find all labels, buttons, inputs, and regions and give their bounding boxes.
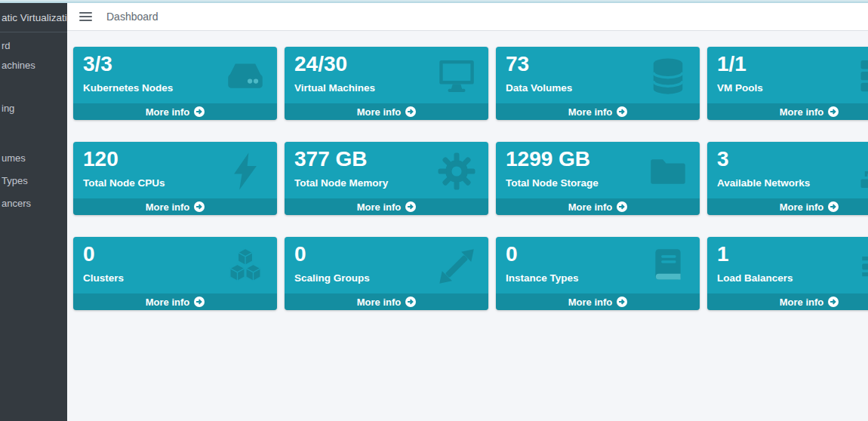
- arrow-circle-right-icon: [617, 106, 627, 117]
- card-virtual-machines: 24/30 Virtual Machines More info: [285, 47, 488, 120]
- stat-label: Total Node CPUs: [83, 177, 267, 189]
- stat-value: 0: [83, 242, 267, 266]
- card-inner: 1299 GB Total Node Storage: [496, 142, 700, 189]
- more-info-link[interactable]: More info: [496, 293, 700, 310]
- stat-label: Kubernetes Nodes: [83, 82, 267, 94]
- more-info-link[interactable]: More info: [73, 198, 277, 215]
- card-inner: 0 Clusters: [73, 237, 277, 284]
- more-info-label: More info: [357, 297, 402, 308]
- more-info-label: More info: [146, 201, 190, 213]
- sidebar-item-load-balancers[interactable]: ancers: [2, 197, 31, 210]
- more-info-link[interactable]: More info: [707, 198, 868, 215]
- sidebar: atic Virtualization rd achines ing umes …: [0, 3, 67, 421]
- stat-value: 24/30: [294, 52, 479, 76]
- stat-label: Available Networks: [717, 177, 868, 189]
- stat-label: Clusters: [83, 272, 267, 284]
- more-info-link[interactable]: More info: [285, 103, 488, 120]
- card-inner: 1 Load Balancers: [707, 237, 868, 284]
- dashboard-content: 3/3 Kubernetes Nodes More info 24/30 Vir…: [67, 31, 868, 310]
- arrow-circle-right-icon: [617, 297, 627, 307]
- arrow-circle-right-icon: [194, 297, 205, 307]
- stat-label: Load Balancers: [717, 272, 868, 284]
- arrow-circle-right-icon: [828, 106, 839, 117]
- stat-label: VM Pools: [717, 82, 868, 94]
- card-inner: 377 GB Total Node Memory: [285, 142, 488, 189]
- more-info-label: More info: [780, 201, 824, 213]
- arrow-circle-right-icon: [194, 201, 205, 212]
- card-total-node-memory: 377 GB Total Node Memory More info: [285, 142, 488, 215]
- sidebar-item-instance-types[interactable]: Types: [2, 174, 28, 188]
- main-area: Dashboard 3/3 Kubernetes Nodes More info: [67, 3, 868, 421]
- sidebar-item-dashboard[interactable]: rd: [2, 39, 11, 53]
- card-inner: 1/1 VM Pools: [707, 47, 868, 94]
- card-inner: 3 Available Networks: [707, 142, 868, 189]
- arrow-circle-right-icon: [405, 297, 416, 307]
- card-kubernetes-nodes: 3/3 Kubernetes Nodes More info: [73, 47, 277, 120]
- card-scaling-groups: 0 Scaling Groups More info: [285, 237, 488, 310]
- more-info-link[interactable]: More info: [285, 293, 488, 310]
- more-info-label: More info: [146, 297, 190, 308]
- sidebar-item-volumes[interactable]: umes: [2, 152, 26, 165]
- app-root: { "sidebar": { "brand": "atic Virtualiza…: [0, 0, 868, 421]
- card-vm-pools: 1/1 VM Pools More info: [707, 47, 868, 120]
- more-info-link[interactable]: More info: [73, 293, 277, 310]
- card-total-node-cpus: 120 Total Node CPUs More info: [73, 142, 277, 215]
- more-info-link[interactable]: More info: [73, 103, 277, 120]
- stat-label: Instance Types: [506, 272, 690, 284]
- stat-value: 0: [506, 242, 690, 266]
- arrow-circle-right-icon: [617, 201, 627, 212]
- stat-value: 3: [717, 147, 868, 171]
- page-title: Dashboard: [106, 11, 159, 23]
- stat-value: 1299 GB: [506, 147, 690, 171]
- more-info-label: More info: [780, 106, 824, 118]
- card-inner: 0 Scaling Groups: [285, 237, 488, 284]
- card-inner: 73 Data Volumes: [496, 47, 700, 94]
- stat-label: Data Volumes: [506, 82, 690, 94]
- brand[interactable]: atic Virtualization: [0, 3, 67, 32]
- more-info-label: More info: [780, 297, 824, 308]
- brand-label: atic Virtualization: [2, 12, 67, 23]
- arrow-circle-right-icon: [405, 201, 416, 212]
- card-inner: 120 Total Node CPUs: [73, 142, 277, 189]
- arrow-circle-right-icon: [828, 201, 839, 212]
- more-info-label: More info: [568, 297, 613, 308]
- hamburger-menu-icon[interactable]: [79, 12, 92, 21]
- more-info-link[interactable]: More info: [496, 103, 700, 120]
- card-data-volumes: 73 Data Volumes More info: [496, 47, 700, 120]
- stat-value: 0: [294, 242, 479, 266]
- more-info-label: More info: [568, 106, 613, 118]
- card-instance-types: 0 Instance Types More info: [496, 237, 700, 310]
- top-navbar: Dashboard: [67, 3, 868, 31]
- arrow-circle-right-icon: [405, 106, 416, 117]
- more-info-label: More info: [357, 201, 402, 213]
- stat-label: Total Node Storage: [506, 177, 690, 189]
- card-load-balancers: 1 Load Balancers More info: [707, 237, 868, 310]
- top-accent-strip: [0, 0, 868, 3]
- stat-value: 1/1: [717, 52, 868, 76]
- stat-value: 73: [506, 52, 690, 76]
- stat-card-grid: 3/3 Kubernetes Nodes More info 24/30 Vir…: [73, 47, 868, 310]
- stat-value: 120: [83, 147, 267, 171]
- card-clusters: 0 Clusters More info: [73, 237, 277, 310]
- more-info-link[interactable]: More info: [496, 198, 700, 215]
- stat-value: 377 GB: [294, 147, 479, 171]
- more-info-label: More info: [357, 106, 402, 118]
- card-total-node-storage: 1299 GB Total Node Storage More info: [496, 142, 700, 215]
- more-info-link[interactable]: More info: [707, 293, 868, 310]
- card-available-networks: 3 Available Networks More info: [707, 142, 868, 215]
- more-info-label: More info: [146, 106, 190, 118]
- more-info-label: More info: [568, 201, 613, 213]
- sidebar-item-virtual-machines[interactable]: achines: [2, 59, 35, 72]
- card-inner: 0 Instance Types: [496, 237, 700, 284]
- more-info-link[interactable]: More info: [285, 198, 488, 215]
- stat-label: Virtual Machines: [294, 82, 479, 94]
- more-info-link[interactable]: More info: [707, 103, 868, 120]
- stat-value: 3/3: [83, 52, 267, 76]
- arrow-circle-right-icon: [194, 106, 205, 117]
- card-inner: 24/30 Virtual Machines: [285, 47, 488, 94]
- stat-label: Total Node Memory: [294, 177, 479, 189]
- stat-value: 1: [717, 242, 868, 266]
- sidebar-item-scaling[interactable]: ing: [2, 102, 14, 115]
- stat-label: Scaling Groups: [294, 272, 479, 284]
- arrow-circle-right-icon: [828, 297, 839, 307]
